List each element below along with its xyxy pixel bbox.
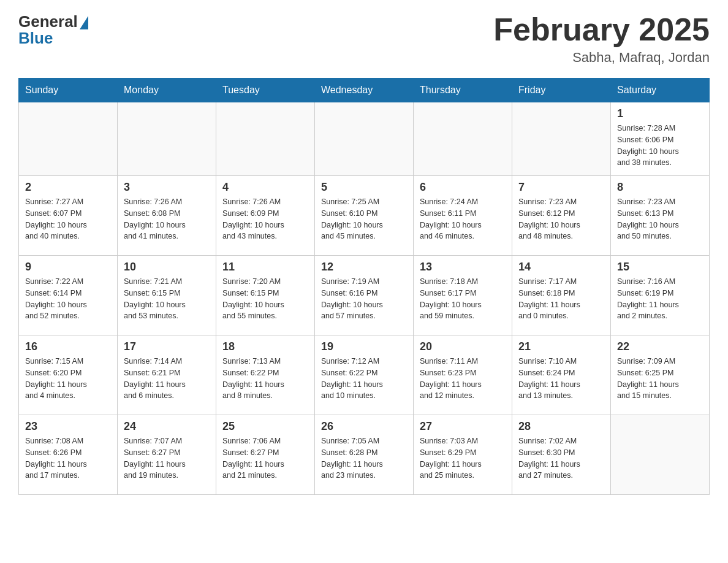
calendar-week-row: 1Sunrise: 7:28 AM Sunset: 6:06 PM Daylig… — [19, 102, 710, 176]
day-info: Sunrise: 7:24 AM Sunset: 6:11 PM Dayligh… — [420, 196, 506, 242]
calendar-cell — [315, 102, 414, 176]
calendar-cell — [512, 102, 611, 176]
day-info: Sunrise: 7:27 AM Sunset: 6:07 PM Dayligh… — [25, 196, 111, 242]
day-info: Sunrise: 7:26 AM Sunset: 6:09 PM Dayligh… — [222, 196, 308, 242]
calendar-cell: 22Sunrise: 7:09 AM Sunset: 6:25 PM Dayli… — [611, 335, 710, 415]
calendar-week-row: 2Sunrise: 7:27 AM Sunset: 6:07 PM Daylig… — [19, 176, 710, 256]
day-info: Sunrise: 7:08 AM Sunset: 6:26 PM Dayligh… — [25, 435, 111, 481]
calendar-cell: 9Sunrise: 7:22 AM Sunset: 6:14 PM Daylig… — [19, 256, 118, 335]
calendar-cell: 25Sunrise: 7:06 AM Sunset: 6:27 PM Dayli… — [216, 415, 315, 495]
calendar-cell: 15Sunrise: 7:16 AM Sunset: 6:19 PM Dayli… — [611, 256, 710, 335]
day-number: 18 — [222, 340, 308, 353]
day-info: Sunrise: 7:20 AM Sunset: 6:15 PM Dayligh… — [222, 276, 308, 322]
calendar-cell: 12Sunrise: 7:19 AM Sunset: 6:16 PM Dayli… — [315, 256, 414, 335]
calendar-week-row: 16Sunrise: 7:15 AM Sunset: 6:20 PM Dayli… — [19, 335, 710, 415]
day-info: Sunrise: 7:23 AM Sunset: 6:12 PM Dayligh… — [518, 196, 604, 242]
day-number: 27 — [420, 420, 506, 433]
weekday-header-tuesday: Tuesday — [216, 79, 315, 102]
day-number: 21 — [518, 340, 604, 353]
calendar-cell: 4Sunrise: 7:26 AM Sunset: 6:09 PM Daylig… — [216, 176, 315, 256]
calendar-cell: 3Sunrise: 7:26 AM Sunset: 6:08 PM Daylig… — [118, 176, 216, 256]
day-number: 22 — [617, 340, 703, 353]
calendar-cell: 21Sunrise: 7:10 AM Sunset: 6:24 PM Dayli… — [512, 335, 611, 415]
day-number: 5 — [321, 181, 407, 194]
day-number: 2 — [25, 181, 111, 194]
calendar-cell: 27Sunrise: 7:03 AM Sunset: 6:29 PM Dayli… — [414, 415, 512, 495]
day-info: Sunrise: 7:12 AM Sunset: 6:22 PM Dayligh… — [321, 356, 407, 402]
day-number: 13 — [420, 261, 506, 274]
day-info: Sunrise: 7:19 AM Sunset: 6:16 PM Dayligh… — [321, 276, 407, 322]
calendar-week-row: 23Sunrise: 7:08 AM Sunset: 6:26 PM Dayli… — [19, 415, 710, 495]
day-info: Sunrise: 7:25 AM Sunset: 6:10 PM Dayligh… — [321, 196, 407, 242]
calendar-cell: 18Sunrise: 7:13 AM Sunset: 6:22 PM Dayli… — [216, 335, 315, 415]
day-info: Sunrise: 7:22 AM Sunset: 6:14 PM Dayligh… — [25, 276, 111, 322]
calendar-cell — [611, 415, 710, 495]
weekday-header-sunday: Sunday — [19, 79, 118, 102]
logo-triangle-icon — [80, 16, 88, 29]
day-number: 3 — [124, 181, 210, 194]
calendar-cell: 10Sunrise: 7:21 AM Sunset: 6:15 PM Dayli… — [118, 256, 216, 335]
calendar-cell: 20Sunrise: 7:11 AM Sunset: 6:23 PM Dayli… — [414, 335, 512, 415]
weekday-header-monday: Monday — [118, 79, 216, 102]
calendar-cell: 6Sunrise: 7:24 AM Sunset: 6:11 PM Daylig… — [414, 176, 512, 256]
month-title: February 2025 — [493, 12, 710, 47]
day-number: 25 — [222, 420, 308, 433]
calendar-cell: 11Sunrise: 7:20 AM Sunset: 6:15 PM Dayli… — [216, 256, 315, 335]
title-block: February 2025 Sabha, Mafraq, Jordan — [493, 12, 710, 66]
day-info: Sunrise: 7:03 AM Sunset: 6:29 PM Dayligh… — [420, 435, 506, 481]
calendar-cell — [19, 102, 118, 176]
day-number: 12 — [321, 261, 407, 274]
calendar-cell — [414, 102, 512, 176]
day-number: 26 — [321, 420, 407, 433]
calendar-header-row: SundayMondayTuesdayWednesdayThursdayFrid… — [19, 79, 710, 102]
day-info: Sunrise: 7:13 AM Sunset: 6:22 PM Dayligh… — [222, 356, 308, 402]
day-info: Sunrise: 7:11 AM Sunset: 6:23 PM Dayligh… — [420, 356, 506, 402]
logo-blue-text: Blue — [18, 29, 53, 48]
calendar-cell: 28Sunrise: 7:02 AM Sunset: 6:30 PM Dayli… — [512, 415, 611, 495]
calendar-cell: 19Sunrise: 7:12 AM Sunset: 6:22 PM Dayli… — [315, 335, 414, 415]
day-number: 9 — [25, 261, 111, 274]
day-info: Sunrise: 7:16 AM Sunset: 6:19 PM Dayligh… — [617, 276, 703, 322]
calendar-cell — [216, 102, 315, 176]
calendar-cell: 2Sunrise: 7:27 AM Sunset: 6:07 PM Daylig… — [19, 176, 118, 256]
day-number: 15 — [617, 261, 703, 274]
day-info: Sunrise: 7:02 AM Sunset: 6:30 PM Dayligh… — [518, 435, 604, 481]
day-info: Sunrise: 7:07 AM Sunset: 6:27 PM Dayligh… — [124, 435, 210, 481]
logo: General Blue — [18, 12, 88, 48]
day-number: 19 — [321, 340, 407, 353]
day-info: Sunrise: 7:10 AM Sunset: 6:24 PM Dayligh… — [518, 356, 604, 402]
calendar-table: SundayMondayTuesdayWednesdayThursdayFrid… — [18, 78, 710, 495]
weekday-header-saturday: Saturday — [611, 79, 710, 102]
weekday-header-thursday: Thursday — [414, 79, 512, 102]
weekday-header-wednesday: Wednesday — [315, 79, 414, 102]
day-number: 7 — [518, 181, 604, 194]
day-info: Sunrise: 7:09 AM Sunset: 6:25 PM Dayligh… — [617, 356, 703, 402]
day-info: Sunrise: 7:18 AM Sunset: 6:17 PM Dayligh… — [420, 276, 506, 322]
calendar-cell — [118, 102, 216, 176]
day-info: Sunrise: 7:06 AM Sunset: 6:27 PM Dayligh… — [222, 435, 308, 481]
calendar-cell: 14Sunrise: 7:17 AM Sunset: 6:18 PM Dayli… — [512, 256, 611, 335]
calendar-cell: 13Sunrise: 7:18 AM Sunset: 6:17 PM Dayli… — [414, 256, 512, 335]
location-subtitle: Sabha, Mafraq, Jordan — [493, 50, 710, 66]
day-number: 23 — [25, 420, 111, 433]
calendar-cell: 23Sunrise: 7:08 AM Sunset: 6:26 PM Dayli… — [19, 415, 118, 495]
day-number: 20 — [420, 340, 506, 353]
day-number: 28 — [518, 420, 604, 433]
calendar-cell: 24Sunrise: 7:07 AM Sunset: 6:27 PM Dayli… — [118, 415, 216, 495]
page-header: General Blue February 2025 Sabha, Mafraq… — [18, 12, 710, 66]
day-number: 14 — [518, 261, 604, 274]
day-info: Sunrise: 7:17 AM Sunset: 6:18 PM Dayligh… — [518, 276, 604, 322]
calendar-cell: 7Sunrise: 7:23 AM Sunset: 6:12 PM Daylig… — [512, 176, 611, 256]
day-number: 8 — [617, 181, 703, 194]
calendar-cell: 5Sunrise: 7:25 AM Sunset: 6:10 PM Daylig… — [315, 176, 414, 256]
day-info: Sunrise: 7:23 AM Sunset: 6:13 PM Dayligh… — [617, 196, 703, 242]
calendar-cell: 1Sunrise: 7:28 AM Sunset: 6:06 PM Daylig… — [611, 102, 710, 176]
day-info: Sunrise: 7:26 AM Sunset: 6:08 PM Dayligh… — [124, 196, 210, 242]
day-number: 1 — [617, 107, 703, 120]
day-info: Sunrise: 7:05 AM Sunset: 6:28 PM Dayligh… — [321, 435, 407, 481]
calendar-cell: 26Sunrise: 7:05 AM Sunset: 6:28 PM Dayli… — [315, 415, 414, 495]
day-number: 11 — [222, 261, 308, 274]
day-number: 6 — [420, 181, 506, 194]
calendar-cell: 17Sunrise: 7:14 AM Sunset: 6:21 PM Dayli… — [118, 335, 216, 415]
day-info: Sunrise: 7:14 AM Sunset: 6:21 PM Dayligh… — [124, 356, 210, 402]
